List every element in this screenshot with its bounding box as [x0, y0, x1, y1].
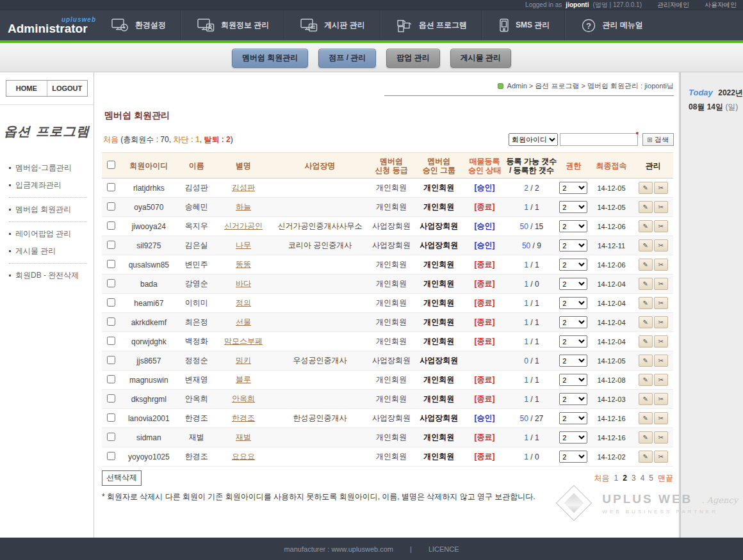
nickname-link[interactable]: 나무 [236, 241, 251, 250]
nickname-link[interactable]: 정의 [236, 298, 251, 307]
permission-select[interactable]: 2 [559, 335, 587, 348]
cut-button[interactable]: ✂ [654, 239, 668, 252]
cut-button[interactable]: ✂ [654, 431, 668, 444]
menu-item[interactable]: ?관리 메뉴얼 [565, 10, 658, 40]
row-checkbox[interactable] [107, 260, 115, 268]
row-checkbox[interactable] [107, 298, 115, 307]
menu-item[interactable]: 환경설정 [96, 10, 181, 40]
row-checkbox[interactable] [107, 279, 115, 287]
page-number-link[interactable]: 4 [641, 474, 645, 483]
row-checkbox[interactable] [107, 394, 115, 403]
licence-link[interactable]: LICENCE [429, 545, 459, 553]
permission-select[interactable]: 2 [559, 278, 587, 290]
page-number-link[interactable]: 3 [632, 474, 636, 483]
row-checkbox[interactable] [107, 452, 115, 460]
modify-button[interactable]: ✎ [639, 220, 653, 232]
sidebar-item[interactable]: 회원DB - 완전삭제 [9, 267, 94, 284]
delete-selected-button[interactable]: 선택삭제 [102, 470, 142, 486]
user-main-link[interactable]: 사용자메인 [705, 1, 737, 10]
row-checkbox[interactable] [107, 375, 115, 383]
modify-button[interactable]: ✎ [639, 374, 653, 386]
modify-button[interactable]: ✎ [639, 239, 653, 252]
subnav-button[interactable]: 게시물 관리 [450, 49, 511, 68]
row-checkbox[interactable] [107, 221, 115, 230]
cut-button[interactable]: ✂ [654, 259, 668, 271]
modify-button[interactable]: ✎ [639, 393, 653, 405]
row-checkbox[interactable] [107, 356, 115, 364]
sidebar-item[interactable]: 레이어팝업 관리 [9, 225, 94, 243]
admin-main-link[interactable]: 관리자메인 [657, 1, 689, 10]
nickname-link[interactable]: 안옥희 [232, 394, 255, 403]
search-field-select[interactable]: 회원아이디 [509, 133, 558, 146]
cut-button[interactable]: ✂ [654, 335, 668, 348]
permission-select[interactable]: 2 [559, 355, 587, 367]
modify-button[interactable]: ✎ [639, 297, 653, 309]
modify-button[interactable]: ✎ [639, 335, 653, 348]
modify-button[interactable]: ✎ [639, 355, 653, 367]
row-checkbox[interactable] [107, 337, 115, 345]
permission-select[interactable]: 2 [559, 412, 587, 424]
modify-button[interactable]: ✎ [639, 412, 653, 424]
nickname-link[interactable]: 맘모스부페 [224, 337, 263, 346]
sidebar-item[interactable]: 입금계좌관리 [9, 177, 94, 194]
nickname-link[interactable]: 김성판 [232, 183, 255, 192]
nickname-link[interactable]: 재벌 [236, 433, 251, 442]
search-button[interactable]: 검색 [642, 133, 674, 146]
cut-button[interactable]: ✂ [654, 297, 668, 309]
cut-button[interactable]: ✂ [654, 278, 668, 290]
page-number-link[interactable]: 5 [649, 474, 653, 483]
menu-item[interactable]: 게시판 관리 [284, 10, 380, 40]
row-checkbox[interactable] [107, 183, 115, 191]
permission-select[interactable]: 2 [559, 201, 587, 213]
sidebar-item[interactable]: 멤버쉽 회원관리 [9, 201, 94, 218]
cut-button[interactable]: ✂ [654, 451, 668, 463]
sidebar-item[interactable]: 게시물 관리 [9, 243, 94, 260]
select-all-checkbox[interactable] [107, 161, 115, 169]
permission-select[interactable]: 2 [559, 431, 587, 444]
permission-select[interactable]: 2 [559, 220, 587, 232]
page-first-link[interactable]: 처음 [594, 473, 610, 484]
nickname-link[interactable]: 밍키 [236, 356, 251, 365]
nickname-link[interactable]: 신거가공인 [224, 221, 263, 230]
logout-button[interactable]: LOGOUT [47, 81, 88, 96]
nickname-link[interactable]: 선물 [236, 317, 251, 326]
menu-item[interactable]: SMS 관리 [482, 10, 565, 40]
page-last-link[interactable]: 맨끝 [658, 473, 673, 484]
permission-select[interactable]: 2 [559, 393, 587, 405]
row-checkbox[interactable] [107, 433, 115, 441]
permission-select[interactable]: 2 [559, 451, 587, 463]
nickname-link[interactable]: 하늘 [236, 202, 251, 211]
modify-button[interactable]: ✎ [639, 278, 653, 290]
search-input[interactable] [560, 133, 638, 146]
permission-select[interactable]: 2 [559, 316, 587, 328]
cut-button[interactable]: ✂ [654, 393, 668, 405]
row-checkbox[interactable] [107, 202, 115, 211]
subnav-button[interactable]: 멤버쉽 회원관리 [232, 49, 308, 68]
nickname-link[interactable]: 블루 [236, 375, 251, 384]
cut-button[interactable]: ✂ [654, 355, 668, 367]
page-number-link[interactable]: 2 [623, 474, 627, 483]
modify-button[interactable]: ✎ [639, 201, 653, 213]
menu-item[interactable]: 회원정보 관리 [181, 10, 284, 40]
cut-button[interactable]: ✂ [654, 201, 668, 213]
sidebar-item[interactable]: 멤버쉽-그룹관리 [9, 159, 94, 177]
menu-item[interactable]: 옵션 프로그램 [380, 10, 482, 40]
cut-button[interactable]: ✂ [654, 412, 668, 424]
modify-button[interactable]: ✎ [639, 182, 653, 194]
nickname-link[interactable]: 요요요 [232, 452, 255, 461]
permission-select[interactable]: 2 [559, 374, 587, 386]
row-checkbox[interactable] [107, 241, 115, 249]
cut-button[interactable]: ✂ [654, 316, 668, 328]
home-button[interactable]: HOME [6, 81, 47, 96]
cut-button[interactable]: ✂ [654, 220, 668, 232]
nickname-link[interactable]: 한경조 [232, 413, 255, 422]
row-checkbox[interactable] [107, 317, 115, 326]
permission-select[interactable]: 2 [559, 182, 587, 194]
subnav-button[interactable]: 팝업 관리 [386, 49, 439, 68]
permission-select[interactable]: 2 [559, 239, 587, 252]
row-checkbox[interactable] [107, 413, 115, 422]
nickname-link[interactable]: 똥똥 [236, 260, 251, 269]
cut-button[interactable]: ✂ [654, 374, 668, 386]
modify-button[interactable]: ✎ [639, 451, 653, 463]
nickname-link[interactable]: 바다 [236, 279, 251, 288]
